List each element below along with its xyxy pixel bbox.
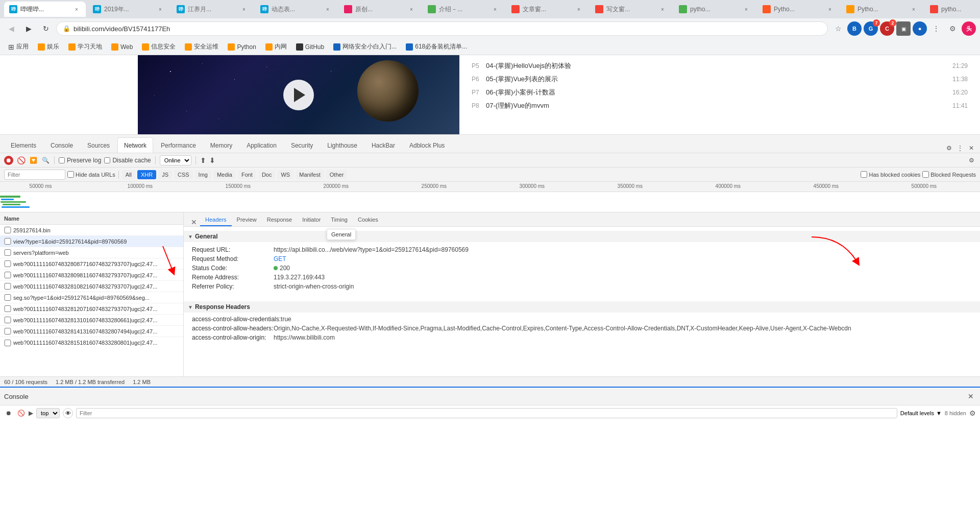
tab-console[interactable]: Console — [44, 137, 80, 153]
tab-sources[interactable]: Sources — [81, 137, 116, 153]
hide-data-urls-input[interactable] — [67, 171, 74, 178]
forward-button[interactable]: ▶ — [21, 21, 36, 36]
extension-icon-1[interactable]: B — [847, 21, 862, 36]
tab-close-btn-3[interactable]: × — [240, 5, 248, 13]
bookmark-star-icon[interactable]: ☆ — [831, 21, 845, 36]
console-block-icon[interactable]: 🚫 — [16, 409, 26, 418]
tab-5[interactable]: 原创... × — [339, 2, 421, 17]
bookmark-618[interactable]: 618必备装机清单... — [402, 41, 471, 53]
detail-tab-preview[interactable]: Preview — [232, 214, 262, 226]
devtools-settings-icon[interactable]: ⚙ — [944, 144, 953, 153]
details-close-button[interactable]: ✕ — [188, 218, 200, 226]
record-button[interactable]: ⏺ — [4, 156, 13, 165]
preserve-log-checkbox[interactable]: Preserve log — [59, 157, 101, 164]
tab-close-btn-2[interactable]: × — [156, 5, 164, 13]
detail-tab-initiator[interactable]: Initiator — [297, 214, 326, 226]
filter-css-button[interactable]: CSS — [174, 170, 193, 179]
reload-button[interactable]: ↻ — [39, 21, 53, 36]
filter-media-button[interactable]: Media — [213, 170, 236, 179]
tab-close-btn-10[interactable]: × — [826, 5, 834, 13]
tab-active[interactable]: 哔 哔哩哔... × — [4, 2, 86, 17]
extension-icon-2[interactable]: G 7 — [864, 21, 878, 36]
has-blocked-cookies-input[interactable] — [861, 171, 867, 178]
play-button[interactable] — [283, 80, 314, 110]
filter-other-button[interactable]: Other — [326, 170, 348, 179]
tab-close-btn-5[interactable]: × — [407, 5, 415, 13]
tab-8[interactable]: 写文窗... × — [590, 2, 672, 17]
blocked-requests-checkbox[interactable]: Blocked Requests — [922, 171, 976, 178]
req-check-7[interactable] — [4, 294, 11, 301]
filter-manifest-button[interactable]: Manifest — [296, 170, 324, 179]
bookmark-aqyw[interactable]: 安全运维 — [181, 41, 223, 53]
bookmark-gh[interactable]: GitHub — [292, 41, 328, 53]
extension-icon-5[interactable]: ● — [913, 21, 927, 36]
devtools-close-icon[interactable]: ✕ — [967, 144, 976, 153]
console-record-icon[interactable]: ⏺ — [4, 409, 13, 418]
tab-11[interactable]: Pytho... × — [841, 2, 923, 17]
tab-close-btn[interactable]: × — [72, 5, 81, 13]
tab-4[interactable]: 哔 动态表... × — [255, 2, 337, 17]
tab-application[interactable]: Application — [240, 137, 283, 153]
req-check-6[interactable] — [4, 283, 11, 290]
video-item-1[interactable]: P5 04-(掌握)HelloVuejs的初体验 21:29 — [468, 59, 972, 73]
detail-tab-cookies[interactable]: Cookies — [353, 214, 383, 226]
filter-xhr-button[interactable]: XHR — [137, 170, 156, 179]
console-context-select[interactable]: top — [36, 408, 60, 418]
disable-cache-checkbox[interactable]: Disable cache — [104, 157, 151, 164]
bookmark-net-sec[interactable]: 网络安全小白入门... — [329, 41, 401, 53]
bookmark-web[interactable]: Web — [107, 41, 137, 53]
tab-close-btn-11[interactable]: × — [910, 5, 918, 13]
tab-adblock[interactable]: Adblock Plus — [403, 137, 451, 153]
req-item-4[interactable]: web?001111160748328087716074832793707|ug… — [0, 258, 183, 270]
req-check-5[interactable] — [4, 272, 11, 278]
filter-icon[interactable]: 🔽 — [29, 156, 38, 165]
back-button[interactable]: ◀ — [4, 21, 18, 36]
tab-performance[interactable]: Performance — [154, 137, 203, 153]
tab-hackbar[interactable]: HackBar — [365, 137, 402, 153]
clear-button[interactable]: 🚫 — [16, 156, 26, 165]
devtools-more-icon[interactable]: ⋮ — [955, 144, 965, 153]
video-item-2[interactable]: P6 05-(掌握)Vue列表的展示 11:38 — [468, 73, 972, 86]
console-tab-label[interactable]: Console — [4, 393, 29, 400]
req-item-11[interactable]: web?001111160748328151816074833280801|ug… — [0, 337, 183, 348]
req-item-10[interactable]: web?001111160748328141316074832807494|ug… — [0, 326, 183, 337]
req-check-4[interactable] — [4, 260, 11, 267]
req-item-8[interactable]: web?001111160748328120716074832793707|ug… — [0, 303, 183, 315]
settings-icon[interactable]: ⋮ — [929, 21, 943, 36]
download-icon[interactable]: ⬇ — [209, 156, 215, 164]
video-item-3[interactable]: P7 06-(掌握)小案例-计数器 16:20 — [468, 86, 972, 99]
tab-close-btn-6[interactable]: × — [491, 5, 499, 13]
upload-icon[interactable]: ⬆ — [200, 156, 206, 164]
bookmark-apps[interactable]: ⊞ 应用 — [4, 41, 33, 53]
hide-data-urls-checkbox[interactable]: Hide data URLs — [67, 171, 115, 178]
tab-elements[interactable]: Elements — [4, 137, 43, 153]
tab-close-btn-8[interactable]: × — [658, 5, 667, 13]
req-check-11[interactable] — [4, 340, 11, 346]
devtools-right-settings-icon[interactable]: ⚙ — [967, 156, 976, 165]
req-check-1[interactable] — [4, 227, 11, 233]
filter-input[interactable] — [4, 170, 65, 180]
extension-icon-3[interactable]: C 2 — [880, 21, 894, 36]
general-section-header[interactable]: ▼ General — [184, 231, 980, 242]
url-bar[interactable]: 🔒 bilibili.com/video/BV15741177Eh — [56, 21, 828, 36]
bookmark-xxaq[interactable]: 信息安全 — [138, 41, 180, 53]
disable-cache-input[interactable] — [104, 157, 110, 163]
tab-network[interactable]: Network — [117, 137, 153, 153]
preserve-log-input[interactable] — [59, 157, 65, 163]
detail-tab-response[interactable]: Response — [262, 214, 298, 226]
req-item-1[interactable]: 259127614.bin — [0, 225, 183, 236]
video-player[interactable] — [138, 55, 459, 134]
network-throttle-select[interactable]: Online — [160, 155, 191, 165]
filter-doc-button[interactable]: Doc — [258, 170, 276, 179]
profile-button[interactable]: 头 — [962, 21, 976, 36]
req-check-9[interactable] — [4, 317, 11, 323]
tab-7[interactable]: 文章窗... × — [506, 2, 588, 17]
response-headers-section-header[interactable]: ▼ Response Headers — [184, 301, 980, 313]
tab-memory[interactable]: Memory — [204, 137, 239, 153]
extension-icon-4[interactable]: ▣ — [896, 21, 911, 36]
console-settings-icon[interactable]: ⚙ — [969, 409, 976, 417]
req-check-3[interactable] — [4, 249, 11, 256]
tab-close-btn-7[interactable]: × — [575, 5, 583, 13]
tab-2[interactable]: 哔 2019年... × — [88, 2, 169, 17]
tab-6[interactable]: 介绍－... × — [423, 2, 504, 17]
